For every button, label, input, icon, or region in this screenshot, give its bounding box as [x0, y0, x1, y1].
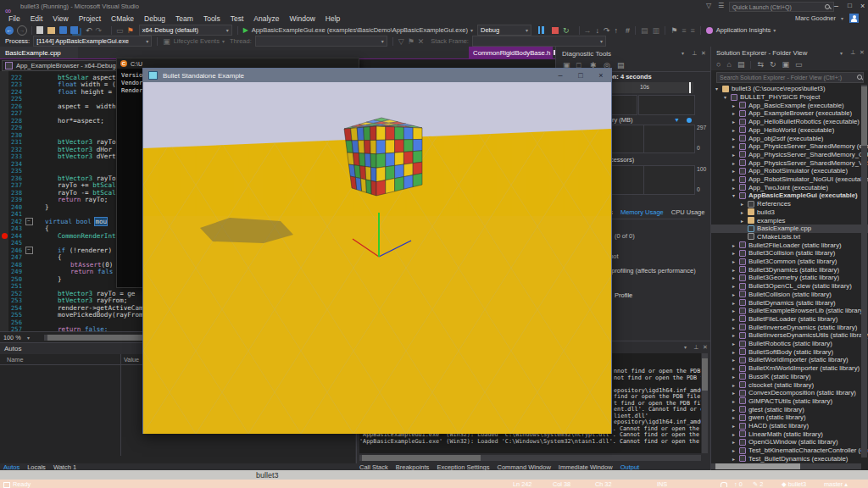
push-count[interactable]: ↑ 0 — [734, 480, 743, 488]
expand-arrow-icon[interactable]: ▸ — [732, 308, 739, 313]
expand-arrow-icon[interactable]: ▸ — [732, 185, 739, 191]
diag-tab-cpu-usage[interactable]: CPU Usage — [671, 208, 705, 216]
tree-item[interactable]: ▸App_obj2sdf (executable) — [710, 134, 868, 142]
expand-arrow-icon[interactable]: ▸ — [732, 119, 739, 125]
tree-item[interactable]: ▾BULLET_PHYSICS Project — [710, 93, 868, 102]
tree-item[interactable]: ▸BulletCollision (static library) — [710, 291, 868, 299]
menu-test[interactable]: Test — [225, 14, 249, 23]
menu-edit[interactable]: Edit — [25, 14, 48, 23]
expand-arrow-icon[interactable]: ▸ — [732, 103, 739, 108]
branch-name[interactable]: master ▴ — [824, 480, 848, 488]
show-all-files-icon[interactable]: ▭ — [795, 60, 803, 69]
pin-icon[interactable]: ⊥ — [692, 49, 697, 58]
tree-item[interactable]: ▸build3 — [710, 208, 868, 217]
expand-arrow-icon[interactable]: ▸ — [732, 143, 739, 149]
scrollbar-thumb[interactable] — [362, 455, 481, 461]
tree-item[interactable]: ▸App_RobotSimulator_NoGUI (executable) — [710, 175, 868, 184]
tree-item[interactable]: ▸Test_btKinematicCharacterController (ex… — [710, 446, 868, 455]
save-icon[interactable] — [59, 26, 67, 34]
minimize-button[interactable]: – — [834, 2, 838, 10]
undo-icon[interactable]: ↶ — [86, 26, 92, 35]
start-debug-icon[interactable]: ▶ — [243, 26, 248, 34]
expand-arrow-icon[interactable]: ▸ — [732, 398, 739, 404]
expand-arrow-icon[interactable]: ▸ — [732, 407, 739, 413]
expand-arrow-icon[interactable]: ▸ — [732, 447, 739, 453]
expand-arrow-icon[interactable]: ▸ — [732, 283, 739, 289]
expand-arrow-icon[interactable]: ▸ — [732, 110, 739, 116]
application-insights-icon[interactable] — [706, 27, 713, 34]
switch-views-icon[interactable]: ▤ — [737, 60, 745, 69]
tree-item[interactable]: ▸gtest (static library) — [710, 405, 868, 413]
scrollbar-thumb[interactable] — [861, 86, 867, 146]
tree-item[interactable]: ▸GIMPACTUtils (static library) — [710, 397, 868, 406]
solution-explorer-search-input[interactable]: Search Solution Explorer - Folder View (… — [716, 72, 864, 83]
expand-arrow-icon[interactable]: ▸ — [732, 332, 739, 338]
menu-window[interactable]: Window — [285, 14, 320, 23]
menu-team[interactable]: Team — [170, 14, 198, 23]
redo-icon[interactable]: ↷ — [96, 26, 103, 35]
panel-menu-chevron-icon[interactable]: ▾ — [682, 49, 684, 58]
timeline-cursor[interactable] — [689, 82, 691, 93]
back-icon[interactable]: ○ — [716, 60, 721, 69]
navigate-back-icon[interactable]: ← — [5, 26, 14, 35]
sync-with-active-icon[interactable]: ⇆ — [757, 60, 764, 69]
tree-item[interactable]: ▸Test_BulletDynamics (executable) — [710, 455, 868, 463]
scrollbar-thumb[interactable] — [715, 463, 800, 469]
autos-col-name[interactable]: Name — [7, 356, 23, 363]
debug-mode-dropdown[interactable]: Debug▾ — [477, 25, 531, 36]
tree-item[interactable]: ▸OpenGLWindow (static library) — [710, 438, 868, 446]
expand-arrow-icon[interactable]: ▸ — [732, 431, 739, 437]
tree-item[interactable]: ▸Bullet2FileLoader (static library) — [710, 241, 868, 249]
restart-icon[interactable]: ↻ — [563, 26, 570, 35]
expand-arrow-icon[interactable]: ▸ — [732, 291, 739, 297]
minimize-button[interactable]: – — [550, 71, 570, 80]
tree-item[interactable]: ▸ConvexDecomposition (static library) — [710, 389, 868, 397]
step-out-icon[interactable]: ↑ — [615, 26, 619, 35]
expand-arrow-icon[interactable]: ▸ — [732, 136, 739, 141]
tree-item[interactable]: ▸App_PhysicsServer_SharedMemory_VR (exec… — [710, 158, 868, 167]
expand-arrow-icon[interactable]: ▸ — [732, 341, 739, 347]
tree-item[interactable]: ▸Bullet3Dynamics (static library) — [710, 265, 868, 274]
expand-arrow-icon[interactable]: ▸ — [732, 152, 739, 158]
tree-item[interactable]: ▸BussIK (static library) — [710, 373, 868, 381]
panel-menu-chevron-icon[interactable]: ▾ — [840, 49, 843, 58]
tree-item[interactable]: ▾AppBasicExampleGui (executable) — [710, 191, 868, 200]
tree-item[interactable]: ▸Bullet3Collision (static library) — [710, 249, 868, 258]
menu-file[interactable]: File — [3, 14, 25, 23]
menu-view[interactable]: View — [47, 14, 73, 23]
pause-icon[interactable] — [538, 26, 544, 34]
tree-item[interactable]: ▸BulletInverseDynamicsUtils (static libr… — [710, 331, 868, 340]
expand-arrow-icon[interactable]: ▸ — [732, 160, 739, 166]
expand-arrow-icon[interactable]: ▸ — [741, 218, 748, 224]
expand-arrow-icon[interactable]: ▸ — [732, 365, 739, 371]
lock-icon[interactable] — [721, 482, 727, 487]
close-icon[interactable]: ✕ — [703, 343, 708, 352]
close-icon[interactable]: ✕ — [701, 49, 706, 58]
tree-item[interactable]: ▸HACD (static library) — [710, 422, 868, 430]
expand-arrow-icon[interactable]: ▸ — [732, 349, 739, 355]
tree-item[interactable]: ▾bullet3 (C:\source\repos\bullet3) — [710, 85, 868, 93]
tree-item[interactable]: ▸BulletExampleBrowserLib (static library… — [710, 307, 868, 315]
outline-margin[interactable]: − — [22, 218, 36, 225]
expand-arrow-icon[interactable]: ▸ — [732, 300, 739, 306]
lifecycle-events-icon[interactable]: ▣ — [163, 37, 170, 46]
expand-arrow-icon[interactable]: ▸ — [732, 439, 739, 445]
expand-arrow-icon[interactable]: ▸ — [732, 390, 739, 396]
bullet-example-window[interactable]: Bullet Standalone Example – □ × — [142, 68, 612, 434]
show-flagged-icon[interactable]: ⚑ — [408, 37, 415, 46]
save-all-icon[interactable] — [70, 26, 80, 34]
prev-bookmark-icon[interactable]: ≡ — [682, 26, 686, 35]
tree-item[interactable]: CMakeLists.txt — [710, 233, 868, 241]
collapse-arrow-icon[interactable]: ▾ — [724, 94, 731, 100]
tree-item[interactable]: ▸Bullet3Geometry (static library) — [710, 274, 868, 282]
collapse-arrow-icon[interactable]: ▾ — [732, 192, 739, 198]
expand-arrow-icon[interactable]: ▸ — [732, 324, 739, 330]
taskbar-app-label[interactable]: bullet3 — [256, 471, 279, 480]
tree-item[interactable]: ▸App_RobotSimulator (executable) — [710, 167, 868, 175]
new-file-icon[interactable] — [36, 26, 43, 34]
collapse-all-icon[interactable]: ▣ — [782, 60, 789, 69]
outline-margin[interactable]: − — [22, 247, 36, 254]
application-insights-chevron-icon[interactable]: ▾ — [773, 27, 776, 33]
tree-item[interactable]: ▸References — [710, 200, 868, 208]
next-bookmark-icon[interactable]: ≡ — [690, 26, 694, 35]
